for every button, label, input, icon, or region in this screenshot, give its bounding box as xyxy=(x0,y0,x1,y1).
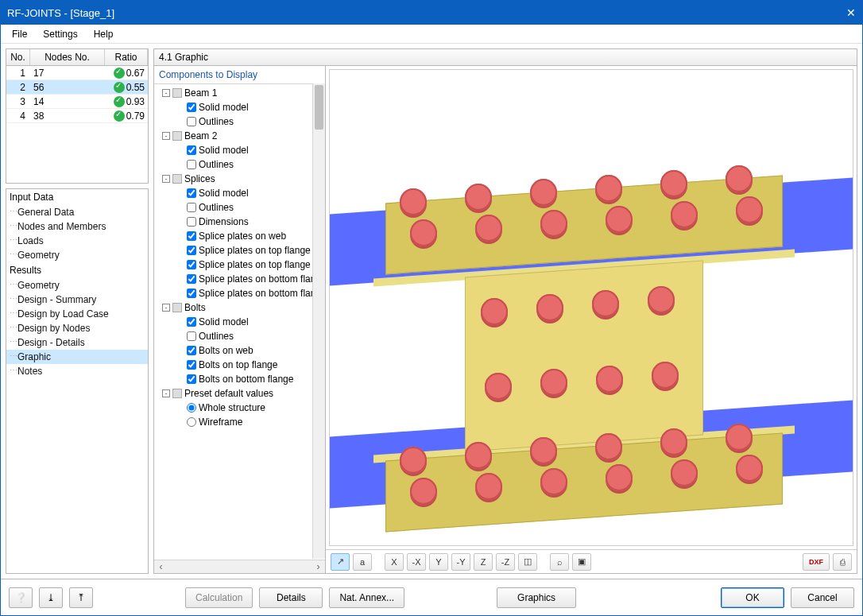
menu-settings[interactable]: Settings xyxy=(35,26,85,42)
view-axes-button[interactable]: ↗ xyxy=(331,553,350,571)
tree-checkbox[interactable] xyxy=(187,274,196,284)
view-y-button[interactable]: Y xyxy=(429,553,448,571)
clip-button[interactable]: ▣ xyxy=(572,553,591,571)
tree-scrollbar[interactable] xyxy=(312,83,325,559)
menu-file[interactable]: File xyxy=(4,26,35,42)
tree-node[interactable]: -Beam 1 xyxy=(154,86,325,100)
nav-item[interactable]: Design by Nodes xyxy=(6,321,148,335)
close-icon[interactable]: ✕ xyxy=(832,6,856,19)
calculation-button[interactable]: Calculation xyxy=(185,587,253,608)
print-button[interactable]: ⎙ xyxy=(833,553,852,571)
col-ratio[interactable]: Ratio xyxy=(105,49,148,65)
view-z-button[interactable]: Z xyxy=(474,553,493,571)
tree-radio[interactable] xyxy=(187,403,196,413)
tree-node[interactable]: Outlines xyxy=(154,114,325,129)
nav-item[interactable]: General Data xyxy=(6,205,148,219)
tree-node[interactable]: Solid model xyxy=(154,315,325,329)
tree-node[interactable]: Whole structure xyxy=(154,401,325,415)
tree-checkbox[interactable] xyxy=(187,217,196,227)
tree-node[interactable]: -Splices xyxy=(154,172,325,186)
tree-node[interactable]: -Bolts xyxy=(154,300,325,315)
tree-label: Preset default values xyxy=(184,388,273,399)
tree-node[interactable]: Outlines xyxy=(154,157,325,172)
tree-checkbox[interactable] xyxy=(187,160,196,169)
tree-node[interactable]: Solid model xyxy=(154,143,325,157)
nav-item[interactable]: Notes xyxy=(6,364,148,378)
nav-item[interactable]: Nodes and Members xyxy=(6,219,148,234)
tree-hscroll[interactable]: ‹› xyxy=(154,560,325,573)
view-iso-button[interactable]: ◫ xyxy=(518,553,537,571)
view-yneg-button[interactable]: -Y xyxy=(451,553,470,571)
view-text-button[interactable]: a xyxy=(353,553,372,571)
view-xneg-button[interactable]: -X xyxy=(407,553,426,571)
expand-icon[interactable]: - xyxy=(162,89,170,97)
tree-node[interactable]: Splice plates on bottom flan xyxy=(154,286,325,300)
tree-node[interactable]: Splice plates on bottom flan xyxy=(154,272,325,286)
3d-viewer[interactable] xyxy=(329,69,853,546)
export-dxf-button[interactable]: DXF xyxy=(803,553,830,571)
tree-checkbox[interactable] xyxy=(187,103,196,112)
tree-node[interactable]: Outlines xyxy=(154,329,325,343)
table-row[interactable]: 4380.79 xyxy=(6,109,148,123)
tree-node[interactable]: -Beam 2 xyxy=(154,129,325,143)
view-zneg-button[interactable]: -Z xyxy=(496,553,515,571)
tree-node[interactable]: Splice plates on web xyxy=(154,229,325,243)
table-row[interactable]: 3140.93 xyxy=(6,95,148,109)
expand-icon[interactable]: - xyxy=(162,175,170,183)
tree-checkbox[interactable] xyxy=(187,346,196,355)
tree-radio[interactable] xyxy=(187,417,196,427)
tree-checkbox[interactable] xyxy=(187,317,196,327)
tree-node[interactable]: Solid model xyxy=(154,100,325,114)
tree-checkbox[interactable] xyxy=(187,203,196,212)
tree-checkbox[interactable] xyxy=(187,360,196,370)
tree-node[interactable]: Outlines xyxy=(154,200,325,215)
tree-node[interactable]: Bolts on top flange xyxy=(154,358,325,372)
import-button[interactable]: ⤓ xyxy=(39,587,63,608)
nav-item[interactable]: Graphic xyxy=(6,350,148,364)
tree-node[interactable]: Solid model xyxy=(154,186,325,200)
menu-help[interactable]: Help xyxy=(86,26,122,42)
tree-node[interactable]: -Preset default values xyxy=(154,386,325,401)
nav-item[interactable]: Design by Load Case xyxy=(6,307,148,321)
tree-checkbox[interactable] xyxy=(187,289,196,298)
tree-label: Dimensions xyxy=(199,216,249,227)
nav-item[interactable]: Geometry xyxy=(6,278,148,293)
tree-node[interactable]: Bolts on bottom flange xyxy=(154,372,325,386)
expand-icon[interactable]: - xyxy=(162,304,170,312)
tree-checkbox[interactable] xyxy=(187,117,196,126)
expand-icon[interactable]: - xyxy=(162,132,170,140)
tree-node[interactable]: Wireframe xyxy=(154,415,325,429)
tree-node[interactable]: Splice plates on top flange xyxy=(154,258,325,272)
cancel-button[interactable]: Cancel xyxy=(791,587,854,608)
tree-node[interactable]: Splice plates on top flange xyxy=(154,243,325,258)
tree-checkbox[interactable] xyxy=(187,246,196,255)
table-row[interactable]: 2560.55 xyxy=(6,80,148,95)
zoom-button[interactable]: ⌕ xyxy=(550,553,569,571)
tree-checkbox[interactable] xyxy=(187,374,196,384)
details-button[interactable]: Details xyxy=(259,587,323,608)
tree-node[interactable]: Dimensions xyxy=(154,215,325,229)
nav-item[interactable]: Design - Details xyxy=(6,335,148,350)
nav-item[interactable]: Design - Summary xyxy=(6,293,148,307)
table-row[interactable]: 1170.67 xyxy=(6,66,148,80)
tree-checkbox[interactable] xyxy=(187,260,196,269)
graphics-button[interactable]: Graphics xyxy=(497,587,576,608)
tree-node[interactable]: Bolts on web xyxy=(154,343,325,358)
nat-annex-button[interactable]: Nat. Annex... xyxy=(329,587,404,608)
tree-checkbox[interactable] xyxy=(187,145,196,155)
tree-label: Bolts xyxy=(184,302,206,313)
help-button[interactable]: ❔ xyxy=(9,587,33,608)
nav-item[interactable]: Geometry xyxy=(6,248,148,262)
col-no[interactable]: No. xyxy=(6,49,30,65)
ok-button[interactable]: OK xyxy=(721,587,784,608)
status-ok-icon xyxy=(114,82,125,93)
view-x-button[interactable]: X xyxy=(385,553,404,571)
nav-item[interactable]: Loads xyxy=(6,234,148,248)
col-nodes[interactable]: Nodes No. xyxy=(30,49,105,65)
tree-checkbox[interactable] xyxy=(187,188,196,198)
tree-checkbox[interactable] xyxy=(187,331,196,341)
expand-icon[interactable]: - xyxy=(162,389,170,397)
export-button[interactable]: ⤒ xyxy=(69,587,93,608)
bolt-icon xyxy=(606,464,633,491)
tree-checkbox[interactable] xyxy=(187,231,196,241)
